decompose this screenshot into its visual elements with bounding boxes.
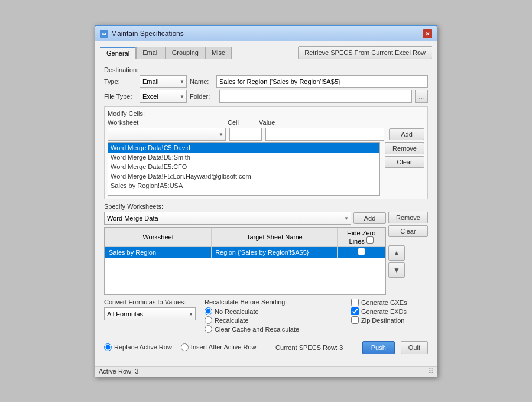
- status-grip: ⠿: [429, 368, 433, 375]
- ws-up-button[interactable]: ▲: [388, 245, 405, 261]
- recalc-radio[interactable]: [205, 316, 212, 324]
- insert-after-label: Insert After Active Row: [191, 343, 257, 351]
- tab-misc[interactable]: Misc: [205, 47, 232, 59]
- title-bar-left: M Maintain Specifications: [100, 30, 184, 38]
- list-item[interactable]: Word Merge Data!E5:CFO: [108, 162, 379, 171]
- ws-col-hide-zero: Hide Zero Lines: [338, 228, 385, 247]
- retrieve-specs-button[interactable]: Retrieve SPECS From Current Excel Row: [298, 46, 432, 59]
- modify-cells-section: Modify Cells: Worksheet Cell Value Add: [104, 106, 428, 199]
- ws-col-target: Target Sheet Name: [212, 228, 338, 247]
- table-row[interactable]: Sales by Region Region {'Sales by Region…: [105, 247, 385, 258]
- hide-zero-checkbox[interactable]: [358, 248, 365, 255]
- clear-cache-radio[interactable]: [205, 325, 212, 333]
- zip-destination-checkbox[interactable]: [351, 316, 359, 324]
- replace-active-radio[interactable]: [104, 343, 112, 351]
- convert-formulas-label: Convert Formulas to Values:: [104, 299, 199, 306]
- generate-gxe-label: Generate GXEs: [361, 299, 407, 306]
- destination-section: Destination: Type: Email File Printer Na…: [104, 66, 428, 103]
- modify-cells-action-buttons: Remove Clear: [385, 142, 424, 196]
- modify-cells-input-row: Add: [108, 128, 424, 141]
- ws-down-button[interactable]: ▼: [388, 262, 405, 278]
- generate-exd-checkbox[interactable]: [351, 307, 359, 315]
- insert-after-row: Insert After Active Row: [181, 343, 257, 351]
- window-title: Maintain Specifications: [111, 30, 184, 38]
- name-input[interactable]: [216, 75, 428, 88]
- ws-clear-button[interactable]: Clear: [388, 225, 428, 237]
- filetype-select[interactable]: Excel PDF CSV: [140, 90, 187, 103]
- type-select-wrapper: Email File Printer: [140, 75, 187, 88]
- destination-filetype-row: File Type: Excel PDF CSV Folder: ...: [104, 90, 428, 103]
- top-row: General Email Grouping Misc Retrieve SPE…: [100, 46, 432, 59]
- cell-input[interactable]: [229, 128, 262, 141]
- worksheet-select[interactable]: [108, 128, 226, 141]
- no-recalc-radio[interactable]: [205, 307, 212, 315]
- worksheet-col-label: Worksheet: [108, 119, 226, 126]
- clear-cache-label: Clear Cache and Recalculate: [215, 326, 299, 333]
- status-bar: Active Row: 3 ⠿: [95, 366, 437, 377]
- main-window: M Maintain Specifications ✕ General Emai…: [95, 25, 437, 377]
- clear-cache-row: Clear Cache and Recalculate: [205, 325, 345, 333]
- ws-table-container[interactable]: Worksheet Target Sheet Name Hide Zero Li…: [104, 227, 386, 295]
- destination-type-row: Type: Email File Printer Name:: [104, 75, 428, 88]
- bottom-section: Convert Formulas to Values: All Formulas…: [104, 299, 428, 334]
- ws-dropdown-wrapper: Word Merge Data Sales by Region: [104, 212, 351, 225]
- modify-cells-list[interactable]: Word Merge Data!C5:David Word Merge Data…: [108, 142, 380, 196]
- insert-after-radio[interactable]: [181, 343, 189, 351]
- generate-gxe-checkbox[interactable]: [351, 299, 359, 306]
- recalc-label-text: Recalculate: [215, 317, 248, 324]
- ws-cell-worksheet: Sales by Region: [105, 247, 212, 258]
- specify-worksheets-section: Specify Worksheets: Word Merge Data Sale…: [104, 203, 428, 295]
- ws-dropdown[interactable]: Word Merge Data Sales by Region: [104, 212, 351, 225]
- tab-general[interactable]: General: [100, 47, 136, 59]
- list-item[interactable]: Sales by Region!A5:USA: [108, 181, 379, 190]
- push-button[interactable]: Push: [362, 341, 395, 354]
- value-col-label: Value: [259, 119, 275, 126]
- current-specs-info: Current SPECS Row: 3: [262, 344, 356, 351]
- modify-cells-clear-button[interactable]: Clear: [385, 156, 424, 168]
- list-item[interactable]: Word Merge Data!C5:David: [108, 143, 379, 153]
- status-text: Active Row: 3: [99, 368, 138, 375]
- destination-label: Destination:: [104, 66, 428, 73]
- no-recalc-label: No Recalculate: [215, 308, 259, 315]
- ws-remove-button[interactable]: Remove: [388, 212, 428, 223]
- ws-cell-target: Region {'Sales by Region'!$A$5}: [212, 247, 338, 258]
- generate-gxe-row: Generate GXEs: [351, 299, 428, 306]
- ws-table-area: Word Merge Data Sales by Region Add Wor: [104, 212, 386, 295]
- modify-cells-add-button[interactable]: Add: [389, 128, 424, 140]
- modify-cells-list-area: Word Merge Data!C5:David Word Merge Data…: [108, 142, 424, 196]
- tab-email[interactable]: Email: [136, 47, 166, 59]
- title-bar: M Maintain Specifications ✕: [95, 26, 437, 41]
- convert-select[interactable]: All Formulas No Formulas Selected Range: [104, 307, 196, 320]
- convert-formulas-section: Convert Formulas to Values: All Formulas…: [104, 299, 199, 320]
- zip-destination-row: Zip Destination: [351, 316, 428, 324]
- modify-cells-remove-button[interactable]: Remove: [385, 142, 424, 154]
- modify-cells-header-row: Worksheet Cell Value: [108, 119, 424, 126]
- ws-cell-hide-zero[interactable]: [338, 247, 385, 258]
- tab-grouping[interactable]: Grouping: [166, 47, 205, 59]
- no-recalc-row: No Recalculate: [205, 307, 345, 315]
- tab-bar: General Email Grouping Misc: [100, 47, 232, 59]
- type-select[interactable]: Email File Printer: [140, 75, 187, 88]
- name-label: Name:: [190, 78, 213, 85]
- list-item[interactable]: Word Merge Data!D5:Smith: [108, 153, 379, 162]
- specify-worksheets-label: Specify Worksheets:: [104, 203, 428, 210]
- tab-content: Destination: Type: Email File Printer Na…: [100, 63, 432, 361]
- quit-button[interactable]: Quit: [401, 341, 428, 354]
- zip-destination-label: Zip Destination: [361, 317, 404, 324]
- close-button[interactable]: ✕: [423, 29, 432, 38]
- footer-section: Replace Active Row Insert After Active R…: [104, 338, 428, 357]
- value-input[interactable]: [265, 128, 384, 141]
- browse-button[interactable]: ...: [415, 90, 428, 103]
- generate-exd-label: Generate EXDs: [361, 308, 407, 315]
- modify-cells-label: Modify Cells:: [108, 110, 424, 117]
- footer-radio-group: Replace Active Row Insert After Active R…: [104, 343, 256, 352]
- list-item[interactable]: Word Merge Data!F5:Lori.Hayward@glbsoft.…: [108, 171, 379, 181]
- ws-table: Worksheet Target Sheet Name Hide Zero Li…: [105, 228, 385, 258]
- ws-add-button[interactable]: Add: [353, 212, 386, 224]
- hide-zero-header-checkbox[interactable]: [366, 236, 374, 244]
- filetype-label: File Type:: [104, 93, 137, 100]
- window-icon: M: [100, 30, 108, 38]
- ws-col-worksheet: Worksheet: [105, 228, 212, 247]
- convert-select-wrapper: All Formulas No Formulas Selected Range: [104, 307, 196, 320]
- folder-input[interactable]: [219, 90, 412, 103]
